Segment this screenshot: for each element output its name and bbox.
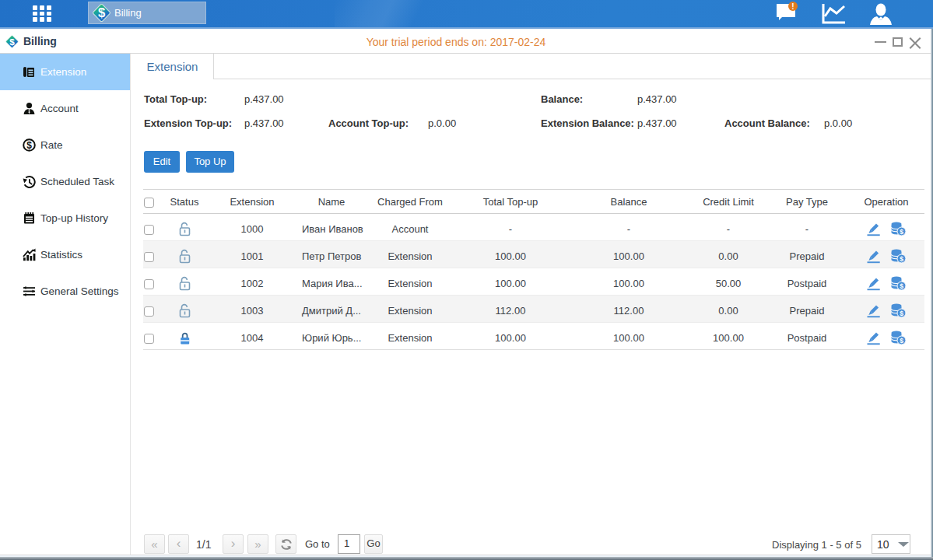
- svg-text:$: $: [900, 255, 903, 263]
- svg-text:$: $: [900, 310, 903, 317]
- svg-text:!: !: [791, 2, 794, 11]
- svg-text:$: $: [900, 282, 903, 290]
- svg-text:$: $: [900, 337, 903, 345]
- svg-text:$: $: [900, 228, 903, 236]
- svg-text:$: $: [98, 5, 105, 20]
- svg-text:$: $: [26, 140, 32, 151]
